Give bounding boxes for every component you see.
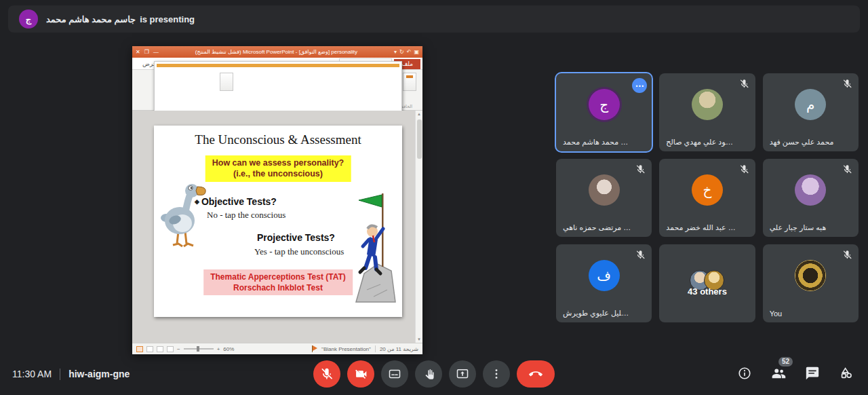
projective-tests-heading: Projective Tests? <box>257 232 335 243</box>
more-options-button[interactable] <box>483 360 510 388</box>
panel-buttons: 52 <box>736 366 854 382</box>
ppt-titlebar: personality [وضع التوافق] - Microsoft Po… <box>132 46 422 58</box>
google-meet-app: { "colors": { "background": "#202124", "… <box>0 0 868 395</box>
zoom-level: 60% <box>223 346 234 352</box>
presenter-name: جاسم محمد هاشم محمد <box>46 14 136 24</box>
meeting-meta: 11:30 AM hiw-aigm-gne <box>12 369 130 380</box>
presenting-banner: ج جاسم محمد هاشم محمد is presenting <box>8 5 860 33</box>
bottom-bar: 11:30 AM hiw-aigm-gne 52 <box>0 353 868 395</box>
presenting-message: جاسم محمد هاشم محمد is presenting <box>46 14 195 24</box>
participant-tile[interactable]: ف فائز خليل عليوي طويرش <box>556 244 652 322</box>
normal-view-icon[interactable] <box>136 346 143 352</box>
zoom-out-icon[interactable] <box>177 346 180 352</box>
participant-tile-others[interactable]: 43 others <box>659 244 755 322</box>
mic-off-icon <box>320 367 334 381</box>
participants-button[interactable]: 52 <box>770 366 787 382</box>
slide-question-highlight: How can we assess personality? (i.e., th… <box>205 155 351 182</box>
climber-flag-cartoon <box>347 188 401 303</box>
mic-off-icon <box>739 164 749 174</box>
meeting-code: hiw-aigm-gne <box>68 369 130 379</box>
scroll-down-icon[interactable] <box>417 337 421 342</box>
info-icon <box>737 366 752 381</box>
participant-count-badge: 52 <box>778 357 793 366</box>
hand-icon <box>422 367 435 381</box>
reading-view-icon[interactable] <box>157 346 163 352</box>
presenting-suffix: is presenting <box>140 14 195 24</box>
avatar-letter: خ <box>692 174 723 206</box>
present-icon <box>456 367 469 381</box>
ppt-window-title: personality [وضع التوافق] - Microsoft Po… <box>163 49 390 55</box>
present-button[interactable] <box>449 360 476 388</box>
presenter-avatar: ج <box>19 10 38 29</box>
meeting-details-button[interactable] <box>736 366 753 382</box>
captions-button[interactable] <box>381 360 408 388</box>
slide-canvas: The Unconscious & Assessment How can we … <box>154 126 402 317</box>
qat-customize-icon[interactable] <box>394 49 397 55</box>
mic-mute-button[interactable] <box>313 360 340 388</box>
avatar-logo <box>795 260 826 291</box>
activities-button[interactable] <box>838 366 854 382</box>
slide-sorter-view-icon[interactable] <box>146 346 153 352</box>
ppt-workspace: The Unconscious & Assessment How can we … <box>132 111 422 343</box>
ppt-ribbon: الحافظة شريحة جديدة شرائح <box>132 70 422 111</box>
shape-gallery-icon[interactable] <box>220 73 233 91</box>
avatar-photo <box>692 89 723 120</box>
mic-off-icon <box>739 79 749 89</box>
undo-icon[interactable] <box>407 49 412 55</box>
more-vert-icon <box>490 367 503 381</box>
people-icon <box>771 366 786 381</box>
minimize-window-icon[interactable] <box>153 50 159 55</box>
avatar-letter: م <box>795 89 826 120</box>
dodo-bird-cartoon <box>158 178 207 252</box>
redo-icon[interactable] <box>399 49 404 55</box>
chat-button[interactable] <box>804 366 821 382</box>
participant-name: You <box>770 309 840 318</box>
participant-tile[interactable]: هبه ستار جبار علي <box>763 159 859 237</box>
participant-tile[interactable]: م محمد علي حسن فهد <box>763 73 859 151</box>
end-call-button[interactable] <box>517 360 555 388</box>
projective-tests-answer: Yes - tap the unconscious <box>254 246 344 257</box>
slide-counter: شريحة 11 من 20 <box>380 346 418 352</box>
participant-name: محمود علي مهدي صالح <box>666 138 736 147</box>
avatar-letter: ج <box>589 89 620 120</box>
zoom-in-icon[interactable] <box>217 346 220 352</box>
call-end-icon <box>529 367 542 381</box>
mic-off-icon <box>842 164 852 174</box>
participant-name: خضر عبد الله خضر محمد <box>666 223 736 232</box>
save-icon[interactable] <box>414 49 419 55</box>
scrollbar-thumb[interactable] <box>417 119 422 159</box>
camera-off-button[interactable] <box>347 360 374 388</box>
mic-off-icon <box>635 164 646 174</box>
quick-access-toolbar[interactable] <box>394 49 419 55</box>
participant-tile[interactable]: خ خضر عبد الله خضر محمد <box>659 159 755 237</box>
question-line-2: (i.e., the unconscious) <box>212 168 344 179</box>
participant-tile[interactable]: محمود علي مهدي صالح <box>659 73 755 151</box>
slide-scrollbar[interactable] <box>415 111 422 343</box>
paste-icon[interactable] <box>403 73 416 91</box>
participant-tile-you[interactable]: You <box>763 244 859 322</box>
chat-icon <box>805 366 820 381</box>
participant-name: محمد علي حسن فهد <box>770 138 840 147</box>
participant-tile[interactable]: داليا مرتضى حمزه ناهي <box>556 159 652 237</box>
zoom-slider[interactable] <box>184 348 214 350</box>
objective-tests-heading: Objective Tests? <box>195 196 277 207</box>
avatar-letter: ف <box>589 260 620 291</box>
shared-screen-powerpoint: personality [وضع التوافق] - Microsoft Po… <box>132 46 422 354</box>
raise-hand-button[interactable] <box>415 360 442 388</box>
close-window-icon[interactable] <box>136 50 140 55</box>
call-controls <box>313 360 555 388</box>
ribbon-group-slides[interactable]: شريحة جديدة شرائح <box>351 71 389 110</box>
maximize-window-icon[interactable] <box>144 50 149 55</box>
spell-check-flag-icon <box>311 345 317 352</box>
scroll-up-icon[interactable] <box>417 111 421 117</box>
others-count-label: 43 others <box>659 286 755 297</box>
participant-name: داليا مرتضى حمزه ناهي <box>563 223 633 232</box>
slide-title: The Unconscious & Assessment <box>154 132 402 147</box>
objective-tests-answer: No - tap the conscious <box>207 210 285 221</box>
participant-name: هبه ستار جبار علي <box>770 223 840 232</box>
slideshow-view-icon[interactable] <box>167 346 174 352</box>
participant-tile-presenter[interactable]: ج جاسم محمد هاشم محمد <box>556 73 652 151</box>
avatar-photo <box>795 174 826 206</box>
participant-name: فائز خليل عليوي طويرش <box>563 309 633 318</box>
tile-options-button[interactable] <box>632 78 647 93</box>
